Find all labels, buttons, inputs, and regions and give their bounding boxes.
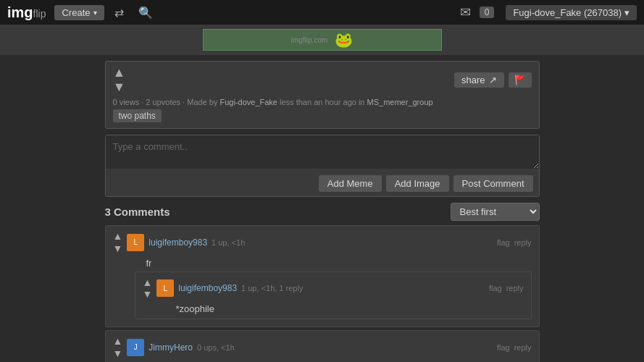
- post-upvote-button[interactable]: ▲: [113, 66, 126, 79]
- comment-upvote-button[interactable]: ▲: [113, 230, 123, 243]
- create-button[interactable]: Create ▾: [54, 5, 104, 20]
- main-content: ▲ ▼ share ↗ 🚩 0 views · 2 upvotes · Made…: [105, 55, 540, 362]
- made-by-label: Made by: [187, 98, 217, 106]
- user-menu-button[interactable]: Fugi-dove_Fake (267038) ▾: [506, 5, 637, 20]
- comment-body: fr: [113, 258, 532, 269]
- post-actions: share ↗ 🚩: [454, 72, 532, 88]
- comment-top: ▲ ▼ L luigifemboy983 1 up, <1h, 1 reply …: [143, 277, 524, 301]
- username-label: Fugi-dove_Fake (267038): [513, 7, 622, 18]
- comment-body: *zoophile: [143, 303, 524, 314]
- post-meta: 0 views · 2 upvotes · Made by Fugi-dove_…: [106, 98, 539, 109]
- post-group-link[interactable]: MS_memer_group: [367, 98, 433, 106]
- header: imgflip Create ▾ ⇄ 🔍 ✉ 0 Fugi-dove_Fake …: [0, 0, 644, 25]
- comment-avatar: L: [127, 234, 144, 251]
- post-header: ▲ ▼ share ↗ 🚩: [106, 62, 539, 98]
- search-button[interactable]: 🔍: [134, 4, 157, 21]
- comment-flag-link[interactable]: flag: [497, 343, 510, 352]
- comment-reply-link[interactable]: reply: [514, 238, 532, 247]
- comment-downvote-button[interactable]: ▼: [113, 348, 123, 360]
- shuffle-button[interactable]: ⇄: [110, 4, 128, 21]
- views-count: 0 views: [113, 98, 140, 106]
- top-comment-textarea[interactable]: [106, 135, 539, 169]
- ad-banner: imgflip.com 🐸: [0, 25, 644, 55]
- user-dropdown-arrow: ▾: [624, 7, 630, 18]
- ad-content: imgflip.com 🐸: [203, 29, 442, 51]
- comments-header: 3 Comments Best first Top comments Newes…: [105, 203, 540, 221]
- comment-upvote-button[interactable]: ▲: [143, 277, 153, 289]
- top-add-meme-button[interactable]: Add Meme: [319, 175, 382, 192]
- top-add-image-button[interactable]: Add Image: [386, 175, 449, 192]
- top-comment-input-area: Add Meme Add Image Post Comment: [105, 135, 540, 197]
- ad-label: imgflip.com: [291, 36, 328, 44]
- mail-icon[interactable]: ✉: [460, 4, 471, 20]
- flag-button[interactable]: 🚩: [509, 72, 532, 88]
- upvotes-count: 2 upvotes: [146, 98, 180, 106]
- comment-user-link[interactable]: JimmyHero: [149, 342, 193, 353]
- comment-reply-link[interactable]: reply: [506, 284, 524, 292]
- sort-select[interactable]: Best first Top comments Newest first: [451, 203, 540, 221]
- ad-visual: 🐸: [335, 31, 353, 49]
- comment-avatar: J: [127, 339, 144, 356]
- share-button[interactable]: share ↗: [454, 72, 504, 88]
- comment-item: ▲ ▼ L luigifemboy983 1 up, <1h, 1 reply …: [135, 272, 532, 320]
- comment-user-link[interactable]: luigifemboy983: [178, 283, 237, 293]
- comment-item: ▲ ▼ L luigifemboy983 1 up, <1h flag repl…: [105, 225, 540, 327]
- post-tag: two paths: [113, 109, 162, 122]
- comment-downvote-button[interactable]: ▼: [143, 288, 153, 300]
- comments-count: 3 Comments: [105, 206, 170, 218]
- comment-user-link[interactable]: luigifemboy983: [149, 237, 207, 248]
- post-vote-col: ▲ ▼: [113, 66, 126, 93]
- comment-flag-link[interactable]: flag: [489, 284, 502, 292]
- comment-flag-reply: flag reply: [489, 284, 524, 292]
- post-downvote-button[interactable]: ▼: [113, 80, 126, 93]
- comment-reply-link[interactable]: reply: [514, 343, 532, 352]
- comment-avatar: L: [156, 279, 174, 297]
- comment-downvote-button[interactable]: ▼: [113, 243, 123, 255]
- post-author-link[interactable]: Fugi-dove_Fake: [220, 98, 278, 106]
- comment-item: ▲ ▼ J JimmyHero 0 ups, <1h flag reply I …: [105, 330, 540, 362]
- comment-upvote-button[interactable]: ▲: [113, 335, 123, 348]
- comment-top: ▲ ▼ L luigifemboy983 1 up, <1h flag repl…: [113, 230, 532, 255]
- notification-count: 0: [480, 7, 495, 18]
- post-card: ▲ ▼ share ↗ 🚩 0 views · 2 upvotes · Made…: [105, 61, 540, 129]
- comment-info: 1 up, <1h: [212, 238, 245, 247]
- comment-vote-col: ▲ ▼: [143, 277, 153, 301]
- comment-flag-link[interactable]: flag: [497, 238, 510, 247]
- comment-info: 1 up, <1h, 1 reply: [241, 284, 303, 292]
- comment-flag-reply: flag reply: [497, 343, 532, 352]
- comment-info: 0 ups, <1h: [197, 343, 235, 352]
- logo[interactable]: imgflip: [7, 4, 46, 21]
- top-post-comment-button[interactable]: Post Comment: [453, 175, 533, 192]
- nested-comment: ▲ ▼ L luigifemboy983 1 up, <1h, 1 reply …: [135, 272, 532, 320]
- comment-vote-col: ▲ ▼: [113, 335, 123, 360]
- comment-top: ▲ ▼ J JimmyHero 0 ups, <1h flag reply: [113, 335, 532, 360]
- post-tags: two paths: [106, 109, 539, 128]
- comment-flag-reply: flag reply: [497, 238, 532, 247]
- top-comment-actions: Add Meme Add Image Post Comment: [106, 171, 539, 196]
- share-icon: ↗: [489, 75, 497, 85]
- post-time: less than an hour ago in: [280, 98, 364, 106]
- create-dropdown-arrow: ▾: [93, 9, 97, 17]
- comment-vote-col: ▲ ▼: [113, 230, 123, 255]
